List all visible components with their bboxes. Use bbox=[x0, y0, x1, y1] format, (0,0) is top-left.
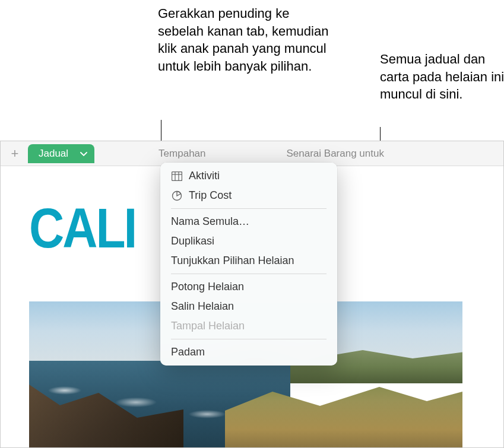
menu-item-label: Padam bbox=[171, 346, 205, 358]
add-sheet-button[interactable]: + bbox=[4, 143, 26, 164]
menu-item-show-sheet-options[interactable]: Tunjukkan Pilihan Helaian bbox=[160, 251, 337, 271]
svg-rect-0 bbox=[172, 171, 182, 180]
chevron-down-icon[interactable] bbox=[80, 148, 87, 160]
sheet-tab-label: Jadual bbox=[39, 148, 68, 160]
menu-item-aktiviti[interactable]: Aktiviti bbox=[160, 166, 337, 186]
table-icon bbox=[171, 170, 183, 182]
menu-item-duplicate[interactable]: Duplikasi bbox=[160, 231, 337, 251]
menu-item-delete[interactable]: Padam bbox=[160, 342, 337, 362]
menu-item-label: Potong Helaian bbox=[171, 281, 244, 293]
menu-separator bbox=[171, 339, 327, 339]
pie-chart-icon bbox=[171, 190, 183, 202]
callout-right: Semua jadual dan carta pada helaian ini … bbox=[380, 50, 504, 103]
sheet-tab-label: Tempahan bbox=[159, 148, 205, 160]
sheet-tab-active[interactable]: Jadual bbox=[28, 144, 94, 163]
sheet-tab-label: Senarai Barang untuk bbox=[287, 148, 384, 160]
menu-item-label: Salin Helaian bbox=[171, 300, 234, 313]
sheet-tab-right[interactable]: Senarai Barang untuk bbox=[276, 144, 395, 163]
menu-item-copy-sheet[interactable]: Salin Helaian bbox=[160, 297, 337, 316]
menu-item-trip-cost[interactable]: Trip Cost bbox=[160, 186, 337, 205]
menu-item-label: Trip Cost bbox=[189, 189, 232, 202]
menu-item-label: Tampal Helaian bbox=[171, 320, 245, 332]
menu-item-paste-sheet: Tampal Helaian bbox=[160, 316, 337, 336]
menu-separator bbox=[171, 208, 327, 209]
menu-item-label: Nama Semula… bbox=[171, 215, 249, 228]
menu-item-label: Aktiviti bbox=[189, 170, 220, 182]
menu-item-label: Duplikasi bbox=[171, 235, 214, 247]
sheet-context-menu: Aktiviti Trip Cost Nama Semula… Duplikas… bbox=[160, 163, 337, 366]
menu-item-rename[interactable]: Nama Semula… bbox=[160, 212, 337, 231]
document-title-text: CALI bbox=[29, 196, 135, 260]
callout-left: Gerakkan penuding ke sebelah kanan tab, … bbox=[158, 5, 336, 75]
sheet-tab-other[interactable]: Tempahan bbox=[148, 144, 216, 163]
plus-icon: + bbox=[11, 146, 19, 161]
menu-item-label: Tunjukkan Pilihan Helaian bbox=[171, 255, 294, 267]
menu-separator bbox=[171, 274, 327, 274]
menu-item-cut-sheet[interactable]: Potong Helaian bbox=[160, 277, 337, 297]
